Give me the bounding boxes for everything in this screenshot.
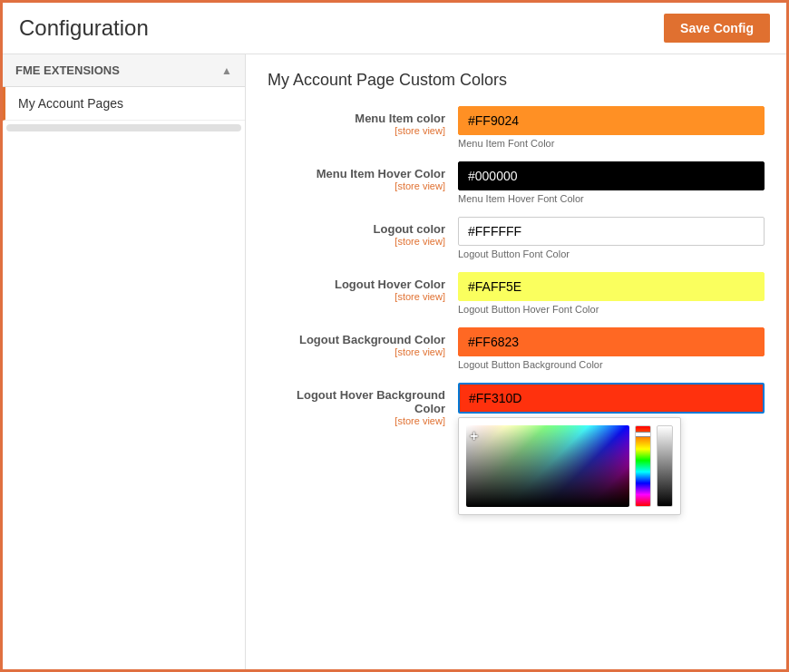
field-label-2: Logout color — [268, 222, 445, 236]
label-group-1: Menu Item Hover Color [store view] — [268, 161, 458, 191]
color-picker-5[interactable] — [458, 417, 681, 515]
chevron-up-icon: ▲ — [221, 64, 232, 77]
app-container: Configuration Save Config FME EXTENSIONS… — [0, 0, 789, 672]
color-gradient-5[interactable] — [466, 425, 629, 507]
label-group-5: Logout Hover Background Color [store vie… — [268, 383, 458, 426]
form-row-3: Logout Hover Color [store view] Logout B… — [268, 272, 765, 315]
body: FME EXTENSIONS ▲ My Account Pages My Acc… — [3, 54, 786, 669]
field-group-5 — [458, 383, 765, 515]
field-label-5: Logout Hover Background Color — [268, 388, 445, 415]
page-title: Configuration — [19, 15, 149, 41]
field-group-1: Menu Item Hover Font Color — [458, 161, 765, 204]
field-label-3: Logout Hover Color — [268, 278, 445, 291]
form-row-2: Logout color [store view] Logout Button … — [268, 217, 765, 259]
sidebar-scrollbar[interactable] — [6, 124, 241, 131]
field-sub-label-1: [store view] — [268, 180, 445, 191]
form-row-4: Logout Background Color [store view] Log… — [268, 327, 765, 370]
save-config-button[interactable]: Save Config — [664, 14, 770, 43]
label-group-2: Logout color [store view] — [268, 217, 458, 247]
hue-slider-5[interactable] — [635, 425, 651, 507]
opacity-slider-5[interactable] — [657, 425, 673, 507]
label-group-3: Logout Hover Color [store view] — [268, 272, 458, 302]
field-hint-3: Logout Button Hover Font Color — [458, 304, 765, 315]
color-input-3[interactable] — [458, 272, 765, 301]
form-row-5: Logout Hover Background Color [store vie… — [268, 383, 765, 515]
field-hint-1: Menu Item Hover Font Color — [458, 193, 765, 204]
sidebar-section-label: FME EXTENSIONS — [15, 63, 120, 77]
header: Configuration Save Config — [3, 3, 786, 54]
color-input-4[interactable] — [458, 327, 765, 356]
color-input-2[interactable] — [458, 217, 765, 246]
field-hint-0: Menu Item Font Color — [458, 138, 765, 149]
form-row-1: Menu Item Hover Color [store view] Menu … — [268, 161, 765, 204]
field-sub-label-4: [store view] — [268, 346, 445, 357]
main-content: My Account Page Custom Colors Menu Item … — [246, 54, 786, 669]
field-label-0: Menu Item color — [268, 112, 445, 125]
field-hint-4: Logout Button Background Color — [458, 359, 765, 370]
color-input-5[interactable] — [458, 383, 765, 414]
field-sub-label-0: [store view] — [268, 125, 445, 136]
field-hint-2: Logout Button Font Color — [458, 248, 765, 259]
sidebar-item-my-account-pages[interactable]: My Account Pages — [3, 87, 245, 121]
field-group-3: Logout Button Hover Font Color — [458, 272, 765, 315]
field-group-2: Logout Button Font Color — [458, 217, 765, 259]
form-row-0: Menu Item color [store view] Menu Item F… — [268, 106, 765, 149]
label-group-0: Menu Item color [store view] — [268, 106, 458, 136]
field-sub-label-3: [store view] — [268, 291, 445, 302]
field-label-4: Logout Background Color — [268, 333, 445, 346]
slider-handle-5[interactable] — [635, 432, 651, 437]
field-group-4: Logout Button Background Color — [458, 327, 765, 370]
sidebar-section-header[interactable]: FME EXTENSIONS ▲ — [3, 54, 245, 87]
field-sub-label-2: [store view] — [268, 236, 445, 247]
form-rows: Menu Item color [store view] Menu Item F… — [268, 106, 765, 515]
sidebar: FME EXTENSIONS ▲ My Account Pages — [3, 54, 246, 669]
color-input-1[interactable] — [458, 161, 765, 190]
main-section-title: My Account Page Custom Colors — [268, 71, 765, 90]
field-label-1: Menu Item Hover Color — [268, 167, 445, 180]
label-group-4: Logout Background Color [store view] — [268, 327, 458, 357]
field-group-0: Menu Item Font Color — [458, 106, 765, 149]
field-sub-label-5: [store view] — [268, 415, 445, 426]
color-input-0[interactable] — [458, 106, 765, 135]
